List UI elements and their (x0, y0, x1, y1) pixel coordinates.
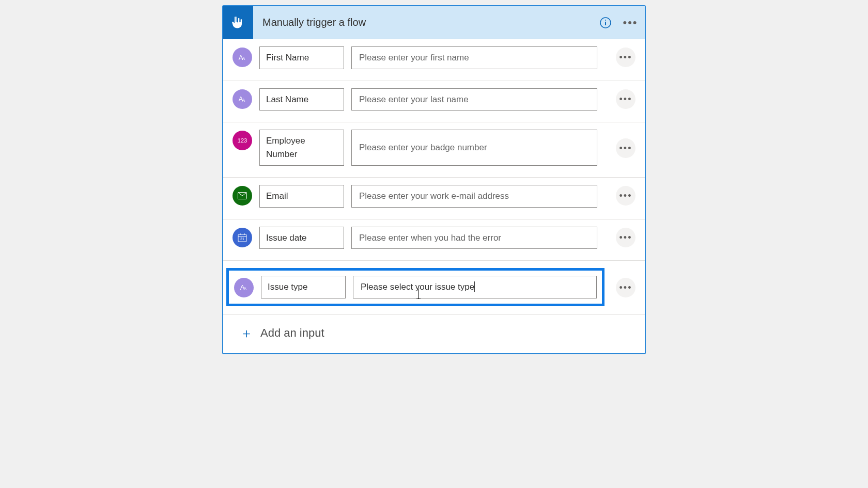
ellipsis-icon: ••• (623, 17, 638, 28)
add-input-label: Add an input (260, 326, 324, 340)
ellipsis-icon: ••• (619, 191, 632, 200)
input-row: 21 ••• (223, 219, 645, 257)
row-more-button[interactable]: ••• (616, 228, 636, 247)
card-title: Manually trigger a flow (253, 17, 595, 28)
input-row: ••• (223, 177, 645, 215)
text-type-icon: AA (233, 48, 252, 67)
row-more-button[interactable]: ••• (616, 89, 636, 109)
input-row: AA ••• (223, 81, 645, 118)
input-label-field[interactable] (259, 46, 344, 69)
input-description-field[interactable]: Please select your issue type (353, 276, 597, 298)
input-row: AA ••• (223, 39, 645, 76)
row-more-button[interactable]: ••• (616, 138, 636, 158)
input-description-text: Please select your issue type (361, 282, 474, 292)
row-more-button[interactable]: ••• (616, 186, 636, 206)
ellipsis-icon: ••• (619, 233, 632, 242)
header-more-button[interactable]: ••• (620, 12, 641, 33)
svg-point-2 (605, 20, 606, 21)
input-label-field[interactable] (259, 185, 344, 208)
input-row: 123 Employee Number ••• (223, 122, 645, 173)
ellipsis-icon: ••• (619, 53, 632, 62)
card-header: Manually trigger a flow ••• (223, 6, 645, 39)
info-button[interactable] (595, 12, 616, 33)
add-input-button[interactable]: ＋ Add an input (223, 314, 645, 353)
input-row-highlighted: AA Please select your issue type ••• (223, 260, 645, 310)
text-type-icon: AA (234, 278, 254, 297)
text-cursor (474, 281, 475, 292)
number-type-icon: 123 (233, 131, 252, 150)
input-description-field[interactable] (351, 185, 597, 208)
input-label-field[interactable]: Employee Number (259, 130, 344, 166)
ellipsis-icon: ••• (619, 144, 632, 153)
date-type-icon: 21 (233, 228, 252, 247)
input-label-field[interactable] (261, 276, 346, 298)
input-description-field[interactable] (351, 130, 597, 166)
ellipsis-icon: ••• (619, 95, 632, 104)
row-more-button[interactable]: ••• (616, 48, 636, 67)
ellipsis-icon: ••• (619, 283, 632, 292)
inputs-list: AA ••• AA ••• 123 Employee Number ••• (223, 39, 645, 353)
trigger-card: Manually trigger a flow ••• AA ••• AA ••… (222, 5, 646, 354)
input-label-field[interactable] (259, 88, 344, 111)
input-description-field[interactable] (351, 88, 597, 111)
row-more-button[interactable]: ••• (616, 278, 636, 297)
trigger-type-icon (223, 6, 253, 39)
text-type-icon: AA (233, 89, 252, 109)
input-description-field[interactable] (351, 227, 597, 249)
svg-text:21: 21 (240, 237, 244, 241)
plus-icon: ＋ (240, 326, 253, 340)
input-description-field[interactable] (351, 46, 597, 69)
email-type-icon (233, 186, 252, 206)
info-icon (599, 17, 612, 29)
input-label-field[interactable] (259, 227, 344, 249)
